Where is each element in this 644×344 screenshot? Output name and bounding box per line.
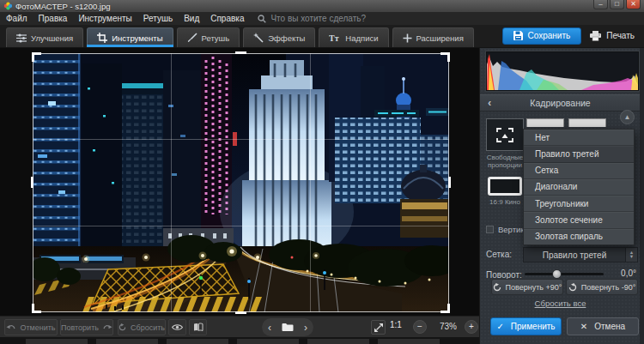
undo-button[interactable]: Отменить xyxy=(4,319,58,335)
preset-free-proportions[interactable]: Свободные пропорции xyxy=(485,118,525,169)
menu-view[interactable]: Вид xyxy=(184,14,199,23)
preset-free-thumbnail xyxy=(486,118,524,151)
menu-edit[interactable]: Правка xyxy=(39,14,68,23)
crop-handle-left[interactable] xyxy=(31,177,33,188)
crop-panel: ‹ Кадрирование Свободные пропорции 16:9 … xyxy=(479,48,644,344)
plus-icon xyxy=(403,33,412,43)
rotate-minus-90-label: Повернуть -90° xyxy=(581,283,636,292)
free-crop-icon xyxy=(496,128,513,142)
rotation-slider-handle[interactable] xyxy=(552,269,562,279)
fit-expand-icon xyxy=(374,323,383,332)
back-chevron-icon[interactable]: ‹ xyxy=(488,96,491,109)
cancel-button-label: Отмена xyxy=(594,322,625,331)
dropdown-option-diagonals[interactable]: Диагонали xyxy=(524,179,634,196)
menu-file[interactable]: Файл xyxy=(6,14,27,23)
eye-icon xyxy=(172,323,183,331)
dropdown-option-rule-of-thirds[interactable]: Правило третей xyxy=(524,146,634,162)
tab-effects[interactable]: Эффекты xyxy=(243,27,315,47)
dropdown-option-none[interactable]: Нет xyxy=(524,130,634,146)
preview-original-button[interactable] xyxy=(168,319,186,335)
vertical-checkbox[interactable] xyxy=(486,226,494,233)
preset-16-9[interactable]: 16:9 Кино xyxy=(485,177,525,206)
tab-tools[interactable]: Инструменты xyxy=(87,27,173,47)
fit-to-screen-button[interactable] xyxy=(371,320,386,335)
grid-label: Сетка: xyxy=(486,250,512,259)
print-button[interactable]: Печать xyxy=(590,31,638,41)
previous-photo-button[interactable]: ‹ xyxy=(268,323,271,333)
grid-select-spinner[interactable]: ▲ ▼ xyxy=(626,247,638,263)
preset-thumbnail-partial-1[interactable] xyxy=(526,118,564,127)
print-button-label: Печать xyxy=(606,31,635,40)
apply-button[interactable]: ✓ Применить xyxy=(490,317,562,335)
tab-captions[interactable]: Tт Надписи xyxy=(319,27,388,47)
crop-handle-top[interactable] xyxy=(235,51,246,54)
crop-handle-right[interactable] xyxy=(448,177,451,188)
brush-icon xyxy=(187,33,197,43)
photomaster-window: ФотоМАСТЕР - s1200.jpg – □ ✕ Файл Правка… xyxy=(0,0,644,344)
folder-icon[interactable] xyxy=(282,323,294,332)
title-bar: ФотоМАСТЕР - s1200.jpg – □ ✕ xyxy=(0,0,644,12)
menu-retouch[interactable]: Ретушь xyxy=(143,14,173,23)
tab-bar: Улучшения Инструменты Ретушь Эффекты Tт xyxy=(0,25,644,48)
reset-all-link[interactable]: Сбросить все xyxy=(480,299,641,308)
window-title: ФотоМАСТЕР - s1200.jpg xyxy=(15,2,111,11)
close-button[interactable]: ✕ xyxy=(626,0,641,9)
command-search[interactable]: Что вы хотите сделать? xyxy=(258,14,366,23)
sliders-icon xyxy=(16,33,27,43)
filmstrip-edge xyxy=(0,337,479,344)
zoom-out-button[interactable]: − xyxy=(413,320,427,334)
svg-text:Tт: Tт xyxy=(329,33,339,43)
actual-size-button[interactable]: 1:1 xyxy=(390,320,402,329)
grid-type-dropdown: Нет Правило третей Сетка Диагонали Треуг… xyxy=(523,129,635,245)
crop-handle-bottom[interactable] xyxy=(235,311,246,314)
search-icon xyxy=(258,15,266,23)
rotate-cw-icon xyxy=(493,283,501,292)
menu-help[interactable]: Справка xyxy=(210,14,244,23)
printer-icon xyxy=(590,31,601,41)
dropdown-option-golden-spiral[interactable]: Золотая спираль xyxy=(524,229,634,244)
rotation-slider[interactable] xyxy=(525,273,604,275)
preset-free-label: Свободные пропорции xyxy=(485,154,525,169)
tab-retouch[interactable]: Ретушь xyxy=(177,27,240,47)
tab-extensions[interactable]: Расширения xyxy=(392,27,474,47)
minimize-button[interactable]: – xyxy=(593,0,608,9)
photo-night-city[interactable] xyxy=(33,53,449,312)
thirds-line-vertical-1 xyxy=(171,53,172,312)
rotate-plus-90-label: Повернуть +90° xyxy=(506,283,562,292)
undo-button-label: Отменить xyxy=(20,323,55,332)
cross-icon: ✕ xyxy=(580,322,587,331)
maximize-button[interactable]: □ xyxy=(610,0,624,9)
rotate-minus-90-button[interactable]: Повернуть -90° xyxy=(566,279,638,295)
tab-retouch-label: Ретушь xyxy=(202,33,230,43)
dropdown-option-triangles[interactable]: Треугольники xyxy=(524,196,634,212)
dropdown-option-grid[interactable]: Сетка xyxy=(524,163,634,179)
preset-thumbnail-partial-2[interactable] xyxy=(568,118,606,127)
menu-tools[interactable]: Инструменты xyxy=(78,14,131,23)
save-button[interactable]: Сохранить xyxy=(502,27,582,45)
presets-scroll-up-button[interactable]: ▲ xyxy=(620,110,635,124)
spinner-down-icon: ▼ xyxy=(629,255,634,259)
editor-canvas xyxy=(0,48,479,316)
check-icon: ✓ xyxy=(496,322,503,331)
before-after-compare-button[interactable] xyxy=(189,319,207,335)
cancel-crop-button[interactable]: ✕ Отмена xyxy=(567,317,639,335)
rotate-plus-90-button[interactable]: Повернуть +90° xyxy=(491,279,563,295)
next-photo-button[interactable]: › xyxy=(304,323,307,333)
reset-circular-arrow-icon xyxy=(118,323,126,331)
grid-select[interactable]: Правило третей xyxy=(523,247,626,263)
dropdown-option-golden-ratio[interactable]: Золотое сечение xyxy=(524,212,634,228)
redo-button[interactable]: Повторить xyxy=(60,319,113,335)
tab-enhance[interactable]: Улучшения xyxy=(6,27,83,47)
crop-handle-bottom-right[interactable] xyxy=(440,304,450,313)
photo-image xyxy=(33,53,449,312)
crop-handle-top-right[interactable] xyxy=(440,52,450,62)
zoom-in-button[interactable]: + xyxy=(465,320,478,334)
reset-button[interactable]: Сбросить xyxy=(118,319,166,335)
save-button-label: Сохранить xyxy=(528,31,571,40)
tab-enhance-label: Улучшения xyxy=(31,33,73,43)
thirds-line-vertical-2 xyxy=(310,53,311,312)
crop-handle-top-left[interactable] xyxy=(32,52,41,62)
magic-wand-icon xyxy=(253,33,264,43)
crop-handle-bottom-left[interactable] xyxy=(32,304,41,313)
panel-title: Кадрирование xyxy=(530,98,590,108)
